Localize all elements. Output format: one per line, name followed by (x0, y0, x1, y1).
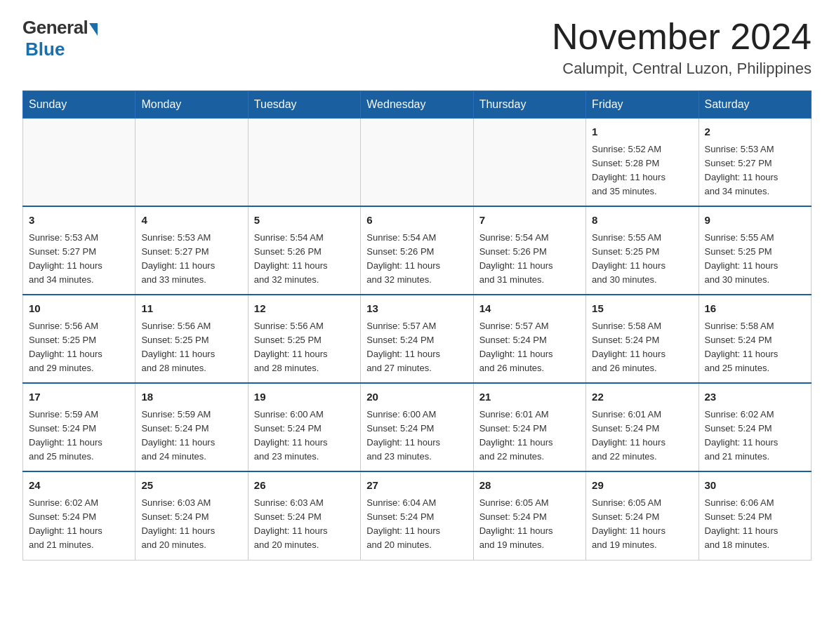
day-number: 6 (366, 213, 467, 229)
day-info: Sunrise: 5:52 AM Sunset: 5:28 PM Dayligh… (592, 142, 692, 199)
calendar-week-row: 3Sunrise: 5:53 AM Sunset: 5:27 PM Daylig… (23, 206, 812, 295)
day-number: 25 (141, 478, 241, 494)
day-info: Sunrise: 6:00 AM Sunset: 5:24 PM Dayligh… (366, 408, 467, 464)
calendar-cell (135, 119, 248, 207)
calendar-cell: 27Sunrise: 6:04 AM Sunset: 5:24 PM Dayli… (361, 471, 473, 560)
calendar-cell (473, 119, 585, 207)
calendar-cell: 12Sunrise: 5:56 AM Sunset: 5:25 PM Dayli… (248, 295, 360, 383)
calendar-cell: 7Sunrise: 5:54 AM Sunset: 5:26 PM Daylig… (473, 206, 585, 295)
weekday-header-thursday: Thursday (473, 91, 585, 119)
calendar-week-row: 1Sunrise: 5:52 AM Sunset: 5:28 PM Daylig… (23, 119, 812, 207)
calendar-week-row: 17Sunrise: 5:59 AM Sunset: 5:24 PM Dayli… (23, 383, 812, 471)
logo-arrow-icon (89, 23, 98, 36)
day-info: Sunrise: 5:56 AM Sunset: 5:25 PM Dayligh… (254, 319, 355, 376)
weekday-header-saturday: Saturday (699, 91, 811, 119)
page-title: November 2024 (552, 17, 812, 57)
day-number: 19 (254, 389, 355, 405)
calendar-cell: 16Sunrise: 5:58 AM Sunset: 5:24 PM Dayli… (699, 295, 811, 383)
calendar-cell (23, 119, 135, 207)
day-number: 30 (705, 478, 805, 494)
calendar-cell: 10Sunrise: 5:56 AM Sunset: 5:25 PM Dayli… (23, 295, 135, 383)
day-number: 7 (479, 213, 580, 229)
day-info: Sunrise: 5:58 AM Sunset: 5:24 PM Dayligh… (705, 319, 805, 376)
logo: General Blue (22, 17, 98, 60)
day-info: Sunrise: 6:05 AM Sunset: 5:24 PM Dayligh… (479, 496, 580, 553)
day-number: 23 (705, 389, 805, 405)
day-info: Sunrise: 5:58 AM Sunset: 5:24 PM Dayligh… (592, 319, 692, 376)
calendar-cell: 6Sunrise: 5:54 AM Sunset: 5:26 PM Daylig… (361, 206, 473, 295)
calendar-cell: 3Sunrise: 5:53 AM Sunset: 5:27 PM Daylig… (23, 206, 135, 295)
calendar-cell: 11Sunrise: 5:56 AM Sunset: 5:25 PM Dayli… (135, 295, 248, 383)
calendar-cell: 24Sunrise: 6:02 AM Sunset: 5:24 PM Dayli… (23, 471, 135, 560)
day-number: 4 (141, 213, 241, 229)
calendar-cell: 25Sunrise: 6:03 AM Sunset: 5:24 PM Dayli… (135, 471, 248, 560)
calendar-cell: 4Sunrise: 5:53 AM Sunset: 5:27 PM Daylig… (135, 206, 248, 295)
day-info: Sunrise: 6:04 AM Sunset: 5:24 PM Dayligh… (366, 496, 467, 553)
day-info: Sunrise: 6:01 AM Sunset: 5:24 PM Dayligh… (479, 408, 580, 464)
day-info: Sunrise: 6:02 AM Sunset: 5:24 PM Dayligh… (705, 408, 805, 464)
day-number: 12 (254, 301, 355, 317)
calendar-cell: 5Sunrise: 5:54 AM Sunset: 5:26 PM Daylig… (248, 206, 360, 295)
day-info: Sunrise: 5:56 AM Sunset: 5:25 PM Dayligh… (29, 319, 129, 376)
page-header: General Blue November 2024 Calumpit, Cen… (22, 17, 812, 78)
day-info: Sunrise: 6:03 AM Sunset: 5:24 PM Dayligh… (254, 496, 355, 553)
day-number: 22 (592, 389, 692, 405)
weekday-header-friday: Friday (586, 91, 699, 119)
day-number: 2 (705, 124, 805, 140)
day-info: Sunrise: 5:54 AM Sunset: 5:26 PM Dayligh… (366, 231, 467, 288)
calendar-cell: 30Sunrise: 6:06 AM Sunset: 5:24 PM Dayli… (699, 471, 811, 560)
title-section: November 2024 Calumpit, Central Luzon, P… (552, 17, 812, 78)
day-number: 16 (705, 301, 805, 317)
calendar-week-row: 10Sunrise: 5:56 AM Sunset: 5:25 PM Dayli… (23, 295, 812, 383)
day-number: 10 (29, 301, 129, 317)
day-number: 13 (366, 301, 467, 317)
weekday-header-sunday: Sunday (23, 91, 135, 119)
calendar-cell: 14Sunrise: 5:57 AM Sunset: 5:24 PM Dayli… (473, 295, 585, 383)
day-number: 5 (254, 213, 355, 229)
day-number: 14 (479, 301, 580, 317)
day-info: Sunrise: 5:57 AM Sunset: 5:24 PM Dayligh… (479, 319, 580, 376)
calendar-cell: 18Sunrise: 5:59 AM Sunset: 5:24 PM Dayli… (135, 383, 248, 471)
weekday-header-wednesday: Wednesday (361, 91, 473, 119)
day-number: 11 (141, 301, 241, 317)
day-info: Sunrise: 5:59 AM Sunset: 5:24 PM Dayligh… (29, 408, 129, 464)
day-info: Sunrise: 6:06 AM Sunset: 5:24 PM Dayligh… (705, 496, 805, 553)
day-info: Sunrise: 5:55 AM Sunset: 5:25 PM Dayligh… (705, 231, 805, 288)
calendar-cell: 1Sunrise: 5:52 AM Sunset: 5:28 PM Daylig… (586, 119, 699, 207)
weekday-header-monday: Monday (135, 91, 248, 119)
day-number: 28 (479, 478, 580, 494)
calendar-cell: 13Sunrise: 5:57 AM Sunset: 5:24 PM Dayli… (361, 295, 473, 383)
day-number: 3 (29, 213, 129, 229)
day-number: 24 (29, 478, 129, 494)
calendar-header-row: SundayMondayTuesdayWednesdayThursdayFrid… (23, 91, 812, 119)
logo-blue-text: Blue (25, 39, 65, 60)
calendar-cell: 8Sunrise: 5:55 AM Sunset: 5:25 PM Daylig… (586, 206, 699, 295)
day-info: Sunrise: 5:56 AM Sunset: 5:25 PM Dayligh… (141, 319, 241, 376)
day-info: Sunrise: 6:05 AM Sunset: 5:24 PM Dayligh… (592, 496, 692, 553)
calendar-cell: 23Sunrise: 6:02 AM Sunset: 5:24 PM Dayli… (699, 383, 811, 471)
day-info: Sunrise: 5:53 AM Sunset: 5:27 PM Dayligh… (141, 231, 241, 288)
day-number: 21 (479, 389, 580, 405)
day-info: Sunrise: 6:00 AM Sunset: 5:24 PM Dayligh… (254, 408, 355, 464)
day-number: 26 (254, 478, 355, 494)
day-info: Sunrise: 6:03 AM Sunset: 5:24 PM Dayligh… (141, 496, 241, 553)
day-number: 15 (592, 301, 692, 317)
calendar-cell: 22Sunrise: 6:01 AM Sunset: 5:24 PM Dayli… (586, 383, 699, 471)
day-info: Sunrise: 5:57 AM Sunset: 5:24 PM Dayligh… (366, 319, 467, 376)
calendar-cell: 26Sunrise: 6:03 AM Sunset: 5:24 PM Dayli… (248, 471, 360, 560)
calendar-cell (361, 119, 473, 207)
day-number: 29 (592, 478, 692, 494)
day-info: Sunrise: 5:59 AM Sunset: 5:24 PM Dayligh… (141, 408, 241, 464)
calendar-cell: 17Sunrise: 5:59 AM Sunset: 5:24 PM Dayli… (23, 383, 135, 471)
day-number: 27 (366, 478, 467, 494)
calendar-cell: 29Sunrise: 6:05 AM Sunset: 5:24 PM Dayli… (586, 471, 699, 560)
calendar-cell: 9Sunrise: 5:55 AM Sunset: 5:25 PM Daylig… (699, 206, 811, 295)
calendar-cell: 28Sunrise: 6:05 AM Sunset: 5:24 PM Dayli… (473, 471, 585, 560)
day-number: 1 (592, 124, 692, 140)
calendar-cell: 21Sunrise: 6:01 AM Sunset: 5:24 PM Dayli… (473, 383, 585, 471)
day-number: 8 (592, 213, 692, 229)
day-number: 18 (141, 389, 241, 405)
calendar-cell: 2Sunrise: 5:53 AM Sunset: 5:27 PM Daylig… (699, 119, 811, 207)
calendar-cell (248, 119, 360, 207)
logo-general-text: General (22, 17, 88, 39)
